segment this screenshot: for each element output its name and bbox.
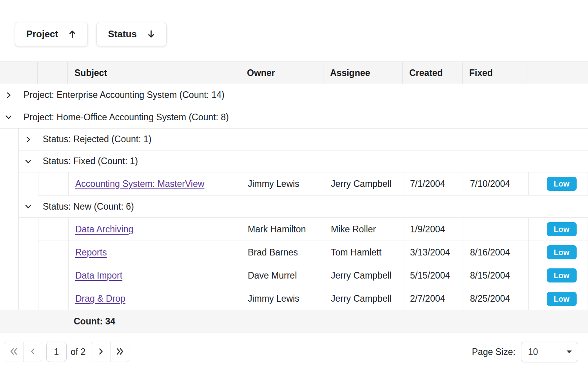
created-cell: 3/13/2004 [403, 241, 463, 264]
group-label: Status: New (Count: 6) [43, 201, 134, 212]
prev-page-button[interactable] [23, 342, 42, 362]
last-page-button[interactable] [110, 342, 129, 362]
created-cell: 7/1/2004 [403, 172, 463, 195]
priority-cell: Low [529, 241, 588, 264]
owner-cell: Brad Barnes [241, 241, 324, 264]
priority-badge: Low [547, 268, 577, 282]
owner-cell: Mark Hamilton [241, 218, 324, 241]
subject-link[interactable]: Drag & Drop [75, 293, 125, 304]
created-cell: 5/15/2004 [403, 264, 463, 287]
group-row-status-rejected[interactable]: Status: Rejected (Count: 1) [19, 129, 588, 150]
subject-cell: Accounting System: MasterView [69, 172, 241, 195]
dropdown-caret-icon [560, 342, 578, 362]
double-chevron-left-icon [9, 347, 19, 357]
collapse-chevron-icon[interactable] [4, 113, 13, 121]
header-cell-assignee[interactable]: Assignee [323, 62, 403, 84]
expand-chevron-icon[interactable] [24, 136, 33, 143]
subject-link[interactable]: Data Archiving [75, 224, 133, 235]
fixed-cell: 7/10/2004 [463, 172, 529, 195]
next-page-button[interactable] [91, 342, 110, 362]
created-cell: 1/9/2004 [403, 218, 463, 241]
page-size-section: Page Size: 10 [472, 342, 578, 362]
group-chip-project-label: Project [26, 29, 58, 40]
fixed-cell [463, 218, 529, 241]
group-chip-status-label: Status [108, 29, 136, 40]
row-indent-cell [38, 264, 69, 287]
group-chip-project[interactable]: Project [15, 22, 88, 46]
pager-back-buttons [4, 342, 42, 362]
group-label: Status: Fixed (Count: 1) [43, 156, 138, 167]
subject-link[interactable]: Accounting System: MasterView [75, 179, 204, 189]
subject-link[interactable]: Reports [75, 247, 107, 258]
priority-badge: Low [547, 292, 577, 306]
first-page-button[interactable] [4, 342, 23, 362]
group-label: Status: Rejected (Count: 1) [43, 134, 151, 145]
group-chip-status[interactable]: Status [96, 22, 166, 46]
double-chevron-right-icon [115, 347, 125, 357]
priority-cell: Low [529, 287, 588, 310]
group-panel: Project Status [0, 0, 588, 62]
count-summary: Count: 34 [74, 316, 115, 327]
expand-chevron-icon[interactable] [4, 91, 13, 99]
page-size-select[interactable]: 10 [521, 342, 578, 362]
sort-descending-icon [147, 29, 155, 39]
pager-forward-buttons [91, 342, 129, 362]
fixed-cell: 8/25/2004 [463, 287, 529, 310]
assignee-cell: Jerry Campbell [324, 264, 403, 287]
table-row: Data Import Dave Murrel Jerry Campbell 5… [38, 264, 588, 287]
collapse-chevron-icon[interactable] [24, 158, 33, 165]
group-row-project-home-office[interactable]: Project: Home-Office Accounting System (… [0, 106, 588, 129]
page-size-value: 10 [521, 342, 560, 362]
group-row-project-enterprise[interactable]: Project: Enterprise Accounting System (C… [0, 84, 588, 106]
collapse-chevron-icon[interactable] [24, 203, 33, 210]
fixed-cell: 8/15/2004 [463, 264, 529, 287]
row-indent-cell [38, 287, 69, 310]
page-size-label: Page Size: [472, 347, 515, 357]
chevron-left-icon [29, 347, 37, 357]
assignee-cell: Jerry Campbell [324, 287, 403, 310]
row-indent-cell [38, 172, 69, 195]
assignee-cell: Tom Hamlett [324, 241, 403, 264]
header-cell-priority [528, 62, 588, 84]
subject-cell: Drag & Drop [69, 287, 241, 310]
group-row-status-fixed[interactable]: Status: Fixed (Count: 1) [19, 150, 588, 172]
subject-link[interactable]: Data Import [75, 270, 122, 281]
header-row: Subject Owner Assignee Created Fixed [0, 62, 588, 84]
priority-badge: Low [547, 245, 577, 259]
header-cell-indent [38, 62, 68, 84]
priority-cell: Low [529, 264, 588, 287]
group-row-status-new[interactable]: Status: New (Count: 6) [19, 196, 588, 218]
group-label: Project: Enterprise Accounting System (C… [24, 90, 225, 100]
rows-container-new: Data Archiving Mark Hamilton Mike Roller… [38, 218, 588, 310]
data-grid-page: Project Status Subject Owner Assignee Cr… [0, 0, 588, 373]
priority-cell: Low [529, 172, 588, 195]
priority-badge: Low [547, 222, 577, 236]
header-cell-subject[interactable]: Subject [68, 62, 240, 84]
created-cell: 2/7/2004 [403, 287, 463, 310]
pager: of 2 Page Size: 10 [0, 333, 588, 373]
header-cell-created[interactable]: Created [403, 62, 463, 84]
table-row: Data Archiving Mark Hamilton Mike Roller… [38, 218, 588, 241]
table-row: Reports Brad Barnes Tom Hamlett 3/13/200… [38, 241, 588, 264]
page-number-input[interactable] [46, 342, 67, 362]
chevron-right-icon [96, 347, 105, 357]
header-cell-owner[interactable]: Owner [240, 62, 323, 84]
owner-cell: Jimmy Lewis [241, 172, 324, 195]
header-cell-fixed[interactable]: Fixed [463, 62, 528, 84]
grid: Subject Owner Assignee Created Fixed Pro… [0, 62, 588, 333]
priority-cell: Low [529, 218, 588, 241]
summary-footer: Count: 34 [0, 310, 588, 333]
group-children-container: Status: Rejected (Count: 1) Status: Fixe… [18, 129, 588, 310]
priority-badge: Low [547, 177, 577, 191]
subject-cell: Data Import [69, 264, 241, 287]
owner-cell: Dave Murrel [241, 264, 324, 287]
table-row: Drag & Drop Jimmy Lewis Jerry Campbell 2… [38, 287, 588, 310]
row-indent-cell [38, 218, 69, 241]
table-row: Accounting System: MasterView Jimmy Lewi… [38, 172, 588, 196]
subject-cell: Reports [69, 241, 241, 264]
sort-ascending-icon [68, 29, 76, 39]
rows-container-fixed: Accounting System: MasterView Jimmy Lewi… [38, 172, 588, 196]
fixed-cell: 8/16/2004 [463, 241, 529, 264]
header-cell-expand [0, 62, 38, 84]
page-count-label: of 2 [71, 347, 85, 357]
